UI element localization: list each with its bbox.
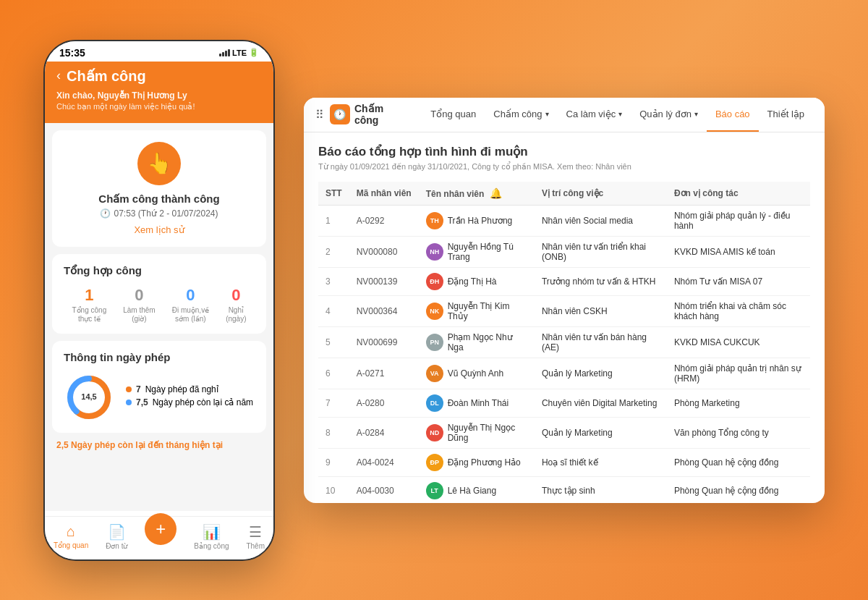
desktop-content: Báo cáo tổng hợp tình hình đi muộn Từ ng… bbox=[304, 132, 825, 503]
cell-code: NV000139 bbox=[349, 267, 419, 295]
nav-ca-lam-viec[interactable]: Ca làm việc ▾ bbox=[558, 98, 631, 132]
nav-attendance-label: Bảng công bbox=[194, 542, 229, 550]
cell-stt: 2 bbox=[318, 236, 349, 267]
cell-name: TH Trần Hà Phương bbox=[419, 205, 535, 236]
nav-bao-cao[interactable]: Báo cáo bbox=[707, 98, 759, 132]
signal-bars-icon bbox=[219, 49, 230, 56]
plus-icon: + bbox=[156, 519, 166, 539]
menu-icon: ☰ bbox=[249, 523, 262, 541]
phone-time: 15:35 bbox=[59, 47, 85, 59]
avatar: ĐH bbox=[426, 273, 443, 290]
table-row: 5 NV000699 PN Phạm Ngọc Như Nga Nhân viê… bbox=[318, 326, 810, 358]
table-row: 6 A-0271 VA Vũ Quỳnh Anh Quản lý Marketi… bbox=[318, 358, 810, 389]
nav-attendance[interactable]: 📊 Bảng công bbox=[194, 523, 229, 550]
employee-name: Lê Hà Giang bbox=[448, 486, 496, 496]
cell-unit: Văn phòng Tổng công ty bbox=[667, 417, 810, 448]
report-table: STT Mã nhân viên Tên nhân viên 🔔 Vị trí … bbox=[318, 182, 810, 503]
avatar: PN bbox=[426, 334, 443, 351]
table-row: 8 A-0284 ND Nguyễn Thị Ngọc Dũng Quản lý… bbox=[318, 417, 810, 448]
home-icon: ⌂ bbox=[67, 523, 75, 540]
checkin-card: 👆 Chấm công thành công 🕐 07:53 (Thứ 2 - … bbox=[52, 130, 266, 247]
cell-position: Chuyên viên Digital Marketing bbox=[535, 389, 667, 417]
nav-requests[interactable]: 📄 Đơn từ bbox=[106, 523, 127, 550]
checkin-time: 🕐 07:53 (Thứ 2 - 01/07/2024) bbox=[64, 208, 255, 219]
nav-tong-quan[interactable]: Tổng quan bbox=[422, 98, 485, 132]
col-code: Mã nhân viên bbox=[349, 182, 419, 206]
bottom-nav: ⌂ Tổng quan 📄 Đơn từ + 📊 Bảng công ☰ Thê… bbox=[45, 516, 273, 559]
cell-name: PN Phạm Ngọc Như Nga bbox=[419, 326, 535, 358]
leave-dot-used bbox=[126, 386, 132, 392]
back-button[interactable]: ‹ bbox=[56, 68, 61, 83]
report-subtitle: Từ ngày 01/09/2021 đến ngày 31/10/2021, … bbox=[318, 162, 810, 172]
filter-icon[interactable]: 🔔 bbox=[490, 187, 502, 199]
employee-name: Đoàn Minh Thái bbox=[448, 398, 509, 408]
cell-position: Quản lý Marketing bbox=[535, 358, 667, 389]
cell-stt: 7 bbox=[318, 389, 349, 417]
cell-unit: KVKD MISA CUKCUK bbox=[667, 326, 810, 358]
table-row: 1 A-0292 TH Trần Hà Phương Nhân viên Soc… bbox=[318, 205, 810, 236]
table-head: STT Mã nhân viên Tên nhân viên 🔔 Vị trí … bbox=[318, 182, 810, 206]
leave-donut-chart: 14,5 bbox=[64, 372, 114, 423]
avatar: ĐP bbox=[426, 454, 443, 471]
employee-name: Đặng Thị Hà bbox=[448, 276, 497, 287]
cell-position: Trưởng nhóm tư vấn & HTKH bbox=[535, 267, 667, 295]
table-row: 4 NV000364 NK Nguyễn Thị Kim Thủy Nhân v… bbox=[318, 295, 810, 326]
table-row: 10 A04-0030 LT Lê Hà Giang Thực tập sinh… bbox=[318, 476, 810, 503]
avatar: LT bbox=[426, 482, 443, 499]
stat-value-overtime: 0 bbox=[123, 286, 155, 305]
cell-name: NH Nguyễn Hồng Tú Trang bbox=[419, 236, 535, 267]
nav-cham-cong[interactable]: Chấm công ▾ bbox=[485, 98, 557, 132]
document-icon: 📄 bbox=[108, 523, 126, 541]
stat-label-total: Tổng côngthực tế bbox=[72, 306, 107, 324]
checkin-icon[interactable]: 👆 bbox=[137, 142, 181, 185]
leave-content: 14,5 7 Ngày phép đã nghỉ 7,5 Ngày phép c… bbox=[64, 372, 255, 423]
nav-thiet-lap[interactable]: Thiết lập bbox=[759, 98, 813, 132]
cell-name: LT Lê Hà Giang bbox=[419, 476, 535, 503]
stat-absent: 0 Nghỉ(ngày) bbox=[226, 286, 246, 324]
leave-remaining-number: 7,5 bbox=[136, 397, 148, 407]
employee-name: Nguyễn Hồng Tú Trang bbox=[448, 242, 527, 262]
table-body: 1 A-0292 TH Trần Hà Phương Nhân viên Soc… bbox=[318, 205, 810, 503]
cell-stt: 3 bbox=[318, 267, 349, 295]
nav-quan-ly-don[interactable]: Quản lý đơn ▾ bbox=[631, 98, 707, 132]
nav-more[interactable]: ☰ Thêm bbox=[246, 523, 265, 550]
phone-user-name: Xin chào, Nguyễn Thị Hương Ly bbox=[56, 90, 187, 101]
cell-name: ĐH Đặng Thị Hà bbox=[419, 267, 535, 295]
cell-stt: 6 bbox=[318, 358, 349, 389]
cell-unit: Phòng Quan hệ cộng đồng bbox=[667, 476, 810, 503]
cell-code: A04-0024 bbox=[349, 448, 419, 476]
nav-add-button[interactable]: + bbox=[145, 513, 176, 545]
logo-text: Chấm công bbox=[354, 103, 410, 126]
stat-value-late: 0 bbox=[172, 286, 209, 305]
avatar: NK bbox=[426, 303, 443, 320]
clock-icon: 🕐 bbox=[100, 208, 111, 219]
leave-used-label: Ngày phép đã nghỉ bbox=[145, 384, 218, 394]
avatar: ND bbox=[426, 424, 443, 441]
cell-position: Quản lý Marketing bbox=[535, 417, 667, 448]
stat-late: 0 Đi muộn,vềsớm (lần) bbox=[172, 286, 209, 324]
checkin-history-link[interactable]: Xem lịch sử bbox=[64, 224, 255, 235]
cell-stt: 1 bbox=[318, 205, 349, 236]
nav-home[interactable]: ⌂ Tổng quan bbox=[54, 523, 88, 549]
cell-stt: 4 bbox=[318, 295, 349, 326]
cell-code: NV000699 bbox=[349, 326, 419, 358]
summary-stats: 1 Tổng côngthực tế 0 Làm thêm(giờ) 0 Đi … bbox=[64, 286, 255, 324]
logo-icon: 🕐 bbox=[330, 104, 350, 124]
cell-unit: Phòng Marketing bbox=[667, 389, 810, 417]
cell-stt: 8 bbox=[318, 417, 349, 448]
desktop-logo: 🕐 Chấm công bbox=[330, 103, 410, 126]
cell-name: DL Đoàn Minh Thái bbox=[419, 389, 535, 417]
leave-remaining: 7,5 Ngày phép còn lại cả năm bbox=[126, 397, 255, 407]
report-table-container: STT Mã nhân viên Tên nhân viên 🔔 Vị trí … bbox=[318, 182, 810, 503]
phone-welcome-sub: Chúc bạn một ngày làm việc hiệu quả! bbox=[56, 102, 262, 111]
desktop-window: ⠿ 🕐 Chấm công Tổng quan Chấm công ▾ Ca l… bbox=[304, 98, 825, 503]
summary-card: Tổng hợp công 1 Tổng côngthực tế 0 Làm t… bbox=[52, 254, 266, 334]
cell-stt: 10 bbox=[318, 476, 349, 503]
leave-used: 7 Ngày phép đã nghỉ bbox=[126, 384, 255, 394]
cell-position: Nhân viên tư vấn bán hàng (AE) bbox=[535, 326, 667, 358]
employee-name: Vũ Quỳnh Anh bbox=[448, 368, 503, 379]
cell-unit: KVKD MISA AMIS kế toán bbox=[667, 236, 810, 267]
leave-used-number: 7 bbox=[136, 384, 141, 394]
cell-stt: 9 bbox=[318, 448, 349, 476]
desktop-navbar: ⠿ 🕐 Chấm công Tổng quan Chấm công ▾ Ca l… bbox=[304, 98, 825, 132]
